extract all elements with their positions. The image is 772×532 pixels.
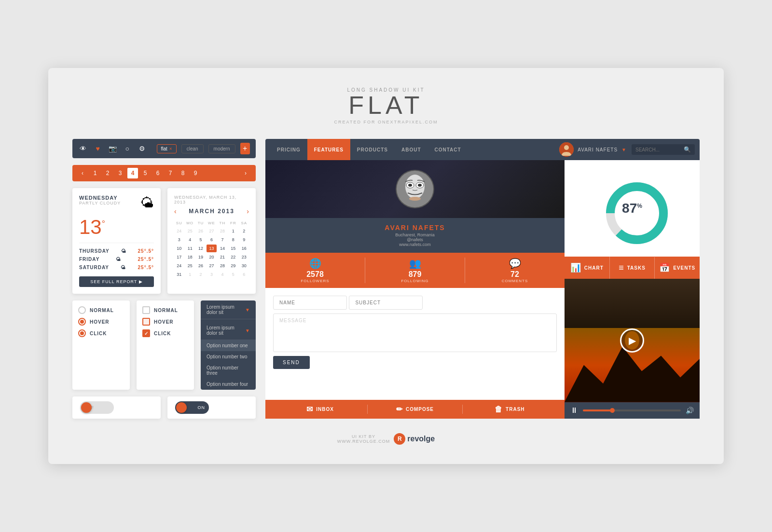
nav-pricing[interactable]: PRICING	[270, 139, 307, 160]
cal-day[interactable]: 6	[207, 236, 216, 244]
dropdown-option-3[interactable]: Option number three	[201, 362, 256, 379]
cal-day[interactable]: 29	[228, 262, 238, 270]
cal-day[interactable]: 1	[185, 271, 194, 278]
cal-day[interactable]: 12	[196, 245, 206, 252]
toolbar-btn-modern[interactable]: modern	[208, 144, 235, 153]
mail-trash[interactable]: 🗑 TRASH	[463, 405, 557, 414]
cal-day[interactable]: 2	[239, 227, 249, 235]
cal-day[interactable]: 27	[207, 262, 216, 270]
pagination-prev[interactable]: ‹	[77, 168, 88, 178]
toolbar-gear-icon[interactable]: ⚙	[137, 143, 147, 154]
cal-day[interactable]: 1	[228, 227, 238, 235]
pagination-9[interactable]: 9	[190, 168, 201, 178]
cal-day[interactable]: 18	[185, 253, 194, 261]
stats-tasks[interactable]: ≡ TASKS	[610, 257, 655, 279]
cal-day[interactable]: 28	[218, 227, 227, 235]
pagination-4[interactable]: 4	[127, 168, 138, 178]
video-pause-button[interactable]: ⏸	[570, 406, 578, 415]
cal-day[interactable]: 20	[207, 253, 216, 261]
cal-day[interactable]: 11	[185, 245, 194, 252]
checkbox-hover[interactable]: HOVER	[142, 318, 188, 326]
dropdown-selected[interactable]: Lorem ipsum dolor sit ▼	[201, 300, 256, 319]
cal-day[interactable]: 9	[239, 236, 249, 244]
toolbar-clock-icon[interactable]: ○	[123, 143, 133, 154]
cal-day[interactable]: 22	[228, 253, 238, 261]
radio-normal[interactable]: NORMAL	[78, 306, 124, 314]
cal-day-today[interactable]: 13	[207, 245, 216, 252]
toolbar-camera-icon[interactable]: 📷	[108, 143, 118, 154]
dropdown-selected-2[interactable]: Lorem ipsum dolor sit ▼	[201, 321, 256, 340]
cal-day[interactable]: 27	[207, 227, 216, 235]
nav-features[interactable]: FEATURES	[307, 139, 350, 160]
mail-compose[interactable]: ✏ COMPOSE	[368, 405, 462, 414]
search-icon[interactable]: 🔍	[684, 146, 691, 153]
pagination-7[interactable]: 7	[165, 168, 176, 178]
pagination-3[interactable]: 3	[115, 168, 125, 178]
calendar-prev[interactable]: ‹	[174, 207, 177, 215]
cal-day[interactable]: 7	[218, 236, 227, 244]
volume-icon[interactable]: 🔊	[686, 407, 694, 414]
cal-day[interactable]: 23	[239, 253, 249, 261]
video-play-button[interactable]: ▶	[620, 328, 644, 353]
subject-field[interactable]	[349, 296, 423, 310]
nav-products[interactable]: PRODUCTS	[350, 139, 395, 160]
cal-day[interactable]: 16	[239, 245, 249, 252]
cal-day[interactable]: 25	[185, 262, 194, 270]
toggle-on-switch[interactable]: ON	[175, 401, 209, 414]
cal-day[interactable]: 28	[218, 262, 227, 270]
send-button[interactable]: SEND	[273, 356, 310, 369]
cal-day[interactable]: 17	[174, 253, 184, 261]
cal-day[interactable]: 2	[196, 271, 206, 278]
nav-user[interactable]: AVARI NAFETS ▼	[559, 142, 627, 157]
message-field[interactable]: MESSAGE	[273, 314, 557, 352]
cal-day[interactable]: 21	[218, 253, 227, 261]
cal-day[interactable]: 8	[228, 236, 238, 244]
stats-chart[interactable]: 📊 CHART	[565, 257, 610, 279]
name-field[interactable]	[273, 296, 347, 310]
toolbar-add-button[interactable]: +	[240, 143, 250, 154]
toolbar-tag-flat[interactable]: flat ×	[157, 144, 177, 153]
radio-click[interactable]: CLICK	[78, 329, 124, 337]
cal-day[interactable]: 30	[239, 262, 249, 270]
cal-day[interactable]: 14	[218, 245, 227, 252]
stats-events[interactable]: 📅 EVENTS	[655, 257, 700, 279]
cal-day[interactable]: 5	[228, 271, 238, 278]
cal-day[interactable]: 24	[174, 227, 184, 235]
nav-contact[interactable]: CONTACT	[428, 139, 468, 160]
cal-day[interactable]: 3	[207, 271, 216, 278]
cal-day[interactable]: 19	[196, 253, 206, 261]
checkbox-click[interactable]: ✓ CLICK	[142, 329, 188, 337]
radio-hover[interactable]: HOVER	[78, 318, 124, 326]
weather-report-button[interactable]: SEE FULL REPORT ▶	[79, 276, 154, 287]
cal-day[interactable]: 24	[174, 262, 184, 270]
pagination-8[interactable]: 8	[178, 168, 188, 178]
nav-about[interactable]: ABOUT	[395, 139, 428, 160]
cal-day[interactable]: 25	[185, 227, 194, 235]
pagination-5[interactable]: 5	[140, 168, 151, 178]
cal-day[interactable]: 31	[174, 271, 184, 278]
cal-day[interactable]: 26	[196, 262, 206, 270]
cal-day[interactable]: 4	[185, 236, 194, 244]
pagination-1[interactable]: 1	[90, 168, 100, 178]
pagination-6[interactable]: 6	[152, 168, 163, 178]
pagination-2[interactable]: 2	[102, 168, 113, 178]
search-input[interactable]	[635, 147, 684, 152]
checkbox-normal[interactable]: NORMAL	[142, 306, 188, 314]
toolbar-btn-clean[interactable]: clean	[181, 144, 204, 153]
cal-day[interactable]: 6	[239, 271, 249, 278]
calendar-next[interactable]: ›	[247, 207, 249, 215]
mail-inbox[interactable]: ✉ INBOX	[273, 405, 368, 414]
tag-close-icon[interactable]: ×	[169, 146, 172, 151]
cal-day[interactable]: 3	[174, 236, 184, 244]
dropdown-option-2[interactable]: Option number two	[201, 351, 256, 362]
cal-day[interactable]: 5	[196, 236, 206, 244]
toggle-off-switch[interactable]: OFF	[80, 401, 114, 414]
dropdown-option-4[interactable]: Option number four	[201, 379, 256, 390]
toolbar-eye-icon[interactable]: 👁	[78, 143, 88, 154]
pagination-next[interactable]: ›	[240, 168, 251, 178]
cal-day[interactable]: 26	[196, 227, 206, 235]
cal-day[interactable]: 15	[228, 245, 238, 252]
dropdown-option-1[interactable]: Option number one	[201, 340, 256, 351]
toolbar-heart-icon[interactable]: ♥	[93, 143, 103, 154]
video-progress-bar[interactable]	[583, 409, 681, 411]
